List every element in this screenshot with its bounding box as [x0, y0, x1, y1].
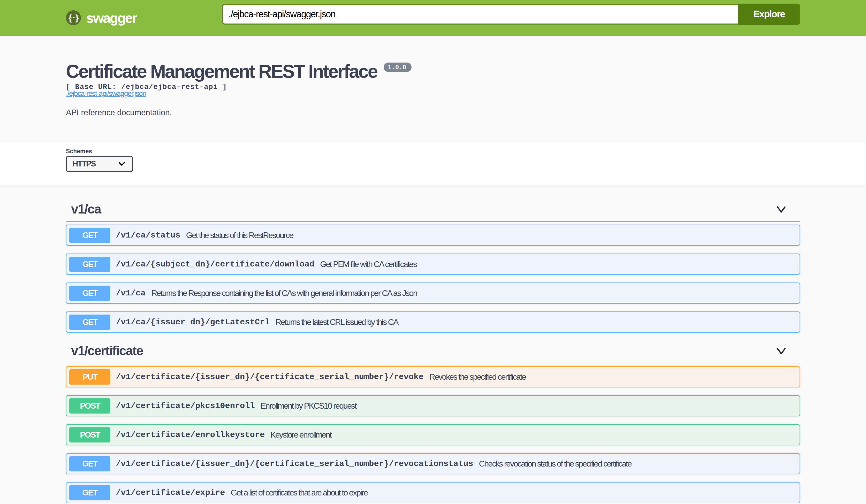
svg-text:{: {: [68, 13, 72, 22]
svg-text:}: }: [76, 13, 79, 22]
